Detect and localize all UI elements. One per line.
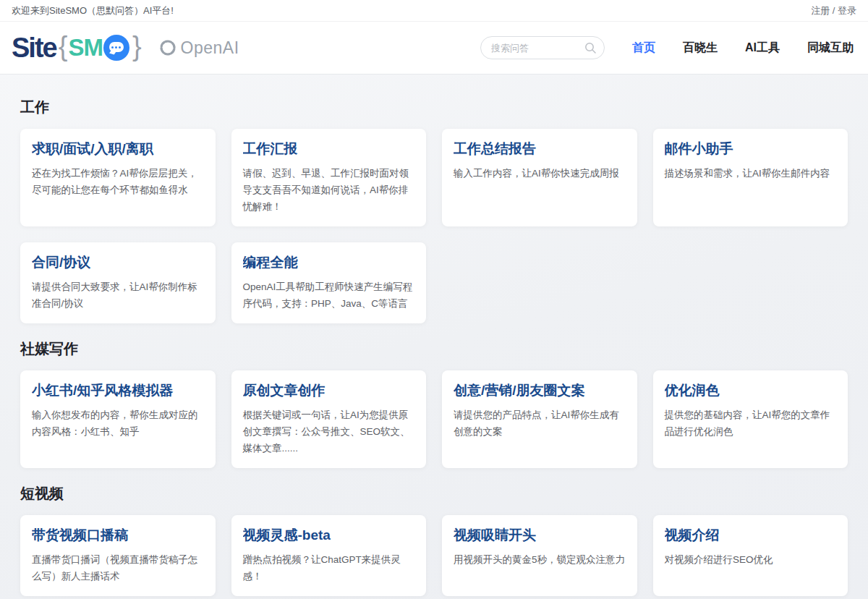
tool-card-desc: 请假、迟到、早退、工作汇报时面对领导支支吾吾不知道如何说话，AI帮你排忧解难！ bbox=[243, 165, 415, 215]
nav-item-ai-tools[interactable]: AI工具 bbox=[745, 41, 780, 56]
topbar: 欢迎来到SiteSMO（思默问答）AI平台! 注册 / 登录 bbox=[0, 0, 868, 22]
header: Site { SM } OpenAI 首页百晓生AI工具同城互助 bbox=[0, 22, 868, 75]
tool-card[interactable]: 邮件小助手描述场景和需求，让AI帮你生邮件内容 bbox=[653, 129, 848, 226]
tool-card[interactable]: 工作汇报请假、迟到、早退、工作汇报时面对领导支支吾吾不知道如何说话，AI帮你排忧… bbox=[231, 129, 427, 226]
section-social-media-writing: 社媒写作小红书/知乎风格模拟器输入你想发布的内容，帮你生成对应的内容风格：小红书… bbox=[20, 339, 848, 468]
card-grid-social-media-writing: 小红书/知乎风格模拟器输入你想发布的内容，帮你生成对应的内容风格：小红书、知乎原… bbox=[20, 370, 848, 468]
tool-card-title: 视频介绍 bbox=[665, 527, 837, 544]
main-nav: 首页百晓生AI工具同城互助 bbox=[632, 41, 854, 56]
tool-card[interactable]: 视频吸睛开头用视频开头的黄金5秒，锁定观众注意力 bbox=[442, 515, 637, 596]
card-grid-work: 求职/面试/入职/离职还在为找工作烦恼？AI帮你层层把关，尽可能的让您在每个环节… bbox=[20, 129, 848, 323]
tool-card-desc: 输入你想发布的内容，帮你生成对应的内容风格：小红书、知乎 bbox=[32, 407, 204, 440]
tool-card-desc: 提供您的基础内容，让AI帮您的文章作品进行优化润色 bbox=[665, 407, 837, 440]
tool-card-desc: 用视频开头的黄金5秒，锁定观众注意力 bbox=[454, 551, 626, 568]
tool-card-desc: 还在为找工作烦恼？AI帮你层层把关，尽可能的让您在每个环节都如鱼得水 bbox=[32, 165, 204, 198]
tool-card-desc: 描述场景和需求，让AI帮你生邮件内容 bbox=[665, 165, 837, 182]
tool-card[interactable]: 视频灵感-beta蹭热点拍视频？让ChatGPT来提供灵感！ bbox=[231, 515, 427, 596]
search-box[interactable] bbox=[480, 36, 605, 59]
tool-card-title: 原创文章创作 bbox=[243, 382, 415, 399]
nav-item-local-help[interactable]: 同城互助 bbox=[807, 41, 854, 56]
tool-card-desc: 对视频介绍进行SEO优化 bbox=[665, 551, 837, 568]
tool-card-title: 创意/营销/朋友圈文案 bbox=[454, 382, 626, 399]
tool-card-desc: 蹭热点拍视频？让ChatGPT来提供灵感！ bbox=[243, 551, 415, 585]
tool-card-desc: OpenAI工具帮助工程师快速产生编写程序代码，支持：PHP、Java、C等语言 bbox=[243, 279, 415, 312]
openai-label: OpenAI bbox=[181, 38, 239, 58]
register-login-link[interactable]: 注册 / 登录 bbox=[811, 4, 856, 17]
tool-card-title: 小红书/知乎风格模拟器 bbox=[32, 382, 204, 399]
tool-card[interactable]: 视频介绍对视频介绍进行SEO优化 bbox=[653, 515, 848, 596]
tool-card-title: 编程全能 bbox=[243, 254, 415, 271]
tool-card-title: 带货视频口播稿 bbox=[32, 527, 204, 544]
tool-card-title: 邮件小助手 bbox=[665, 140, 837, 158]
section-work: 工作求职/面试/入职/离职还在为找工作烦恼？AI帮你层层把关，尽可能的让您在每个… bbox=[20, 98, 848, 323]
tool-card-desc: 请提供您的产品特点，让AI帮你生成有创意的文案 bbox=[454, 407, 626, 440]
chat-bubble-icon bbox=[103, 35, 129, 61]
tool-card-desc: 输入工作内容，让AI帮你快速完成周报 bbox=[454, 165, 626, 182]
section-short-video: 短视频带货视频口播稿直播带货口播词（视频直播带货稿子怎么写）新人主播话术视频灵感… bbox=[20, 484, 848, 596]
search-input[interactable] bbox=[491, 43, 584, 54]
tool-card[interactable]: 合同/协议请提供合同大致要求，让AI帮你制作标准合同/协议 bbox=[20, 242, 216, 323]
section-title-short-video: 短视频 bbox=[20, 484, 848, 504]
tool-card-title: 求职/面试/入职/离职 bbox=[32, 140, 204, 158]
tool-card-desc: 直播带货口播词（视频直播带货稿子怎么写）新人主播话术 bbox=[32, 551, 204, 585]
welcome-text: 欢迎来到SiteSMO（思默问答）AI平台! bbox=[12, 4, 174, 17]
logo-brace-left: { bbox=[59, 31, 68, 62]
logo-site-text: Site bbox=[12, 33, 56, 64]
tool-card[interactable]: 求职/面试/入职/离职还在为找工作烦恼？AI帮你层层把关，尽可能的让您在每个环节… bbox=[20, 129, 216, 226]
tool-card[interactable]: 优化润色提供您的基础内容，让AI帮您的文章作品进行优化润色 bbox=[653, 370, 848, 468]
nav-item-home[interactable]: 首页 bbox=[632, 41, 655, 56]
logo-letters-text: SM bbox=[68, 34, 103, 61]
tool-card[interactable]: 带货视频口播稿直播带货口播词（视频直播带货稿子怎么写）新人主播话术 bbox=[20, 515, 216, 596]
openai-logo: OpenAI bbox=[158, 38, 239, 58]
tool-card-desc: 请提供合同大致要求，让AI帮你制作标准合同/协议 bbox=[32, 279, 204, 312]
tool-card-title: 工作总结报告 bbox=[454, 140, 626, 158]
tool-card[interactable]: 编程全能OpenAI工具帮助工程师快速产生编写程序代码，支持：PHP、Java、… bbox=[231, 242, 427, 323]
tool-card-title: 视频吸睛开头 bbox=[454, 527, 626, 544]
tool-card-title: 视频灵感-beta bbox=[243, 527, 415, 544]
card-grid-short-video: 带货视频口播稿直播带货口播词（视频直播带货稿子怎么写）新人主播话术视频灵感-be… bbox=[20, 515, 848, 596]
search-icon[interactable] bbox=[584, 42, 597, 54]
logo-brace-right: } bbox=[132, 31, 142, 62]
tool-card-desc: 根据关键词或一句话，让AI为您提供原创文章撰写：公众号推文、SEO软文、媒体文章… bbox=[243, 407, 415, 456]
main-content: 工作求职/面试/入职/离职还在为找工作烦恼？AI帮你层层把关，尽可能的让您在每个… bbox=[0, 98, 868, 596]
tool-card[interactable]: 原创文章创作根据关键词或一句话，让AI为您提供原创文章撰写：公众号推文、SEO软… bbox=[231, 370, 427, 468]
openai-knot-icon bbox=[158, 38, 177, 57]
section-title-work: 工作 bbox=[20, 98, 848, 117]
header-right: 首页百晓生AI工具同城互助 bbox=[480, 36, 854, 59]
tool-card-title: 合同/协议 bbox=[32, 254, 204, 271]
nav-item-baixiaosheng[interactable]: 百晓生 bbox=[683, 41, 718, 56]
tool-card-title: 工作汇报 bbox=[243, 140, 415, 158]
section-title-social-media-writing: 社媒写作 bbox=[20, 339, 848, 359]
tool-card[interactable]: 小红书/知乎风格模拟器输入你想发布的内容，帮你生成对应的内容风格：小红书、知乎 bbox=[20, 370, 216, 468]
tool-card-title: 优化润色 bbox=[665, 382, 837, 399]
brand-logo[interactable]: Site { SM } bbox=[12, 33, 142, 64]
tool-card[interactable]: 创意/营销/朋友圈文案请提供您的产品特点，让AI帮你生成有创意的文案 bbox=[442, 370, 637, 468]
tool-card[interactable]: 工作总结报告输入工作内容，让AI帮你快速完成周报 bbox=[442, 129, 637, 226]
